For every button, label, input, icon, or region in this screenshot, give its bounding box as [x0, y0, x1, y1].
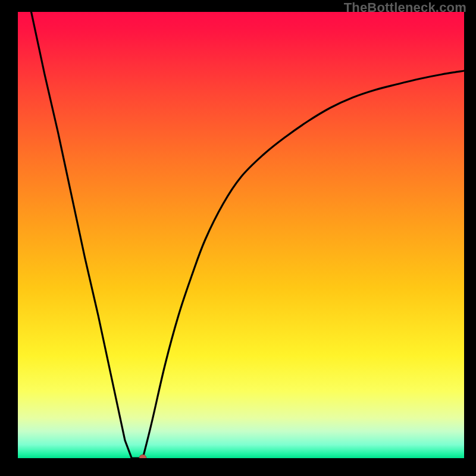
chart-frame: TheBottleneck.com [0, 0, 476, 476]
curve-left-branch [32, 12, 132, 458]
curve-svg [18, 12, 464, 458]
plot-area [18, 12, 464, 458]
minimum-marker [139, 455, 146, 458]
watermark-text: TheBottleneck.com [344, 0, 466, 15]
curve-right-branch [143, 71, 464, 458]
